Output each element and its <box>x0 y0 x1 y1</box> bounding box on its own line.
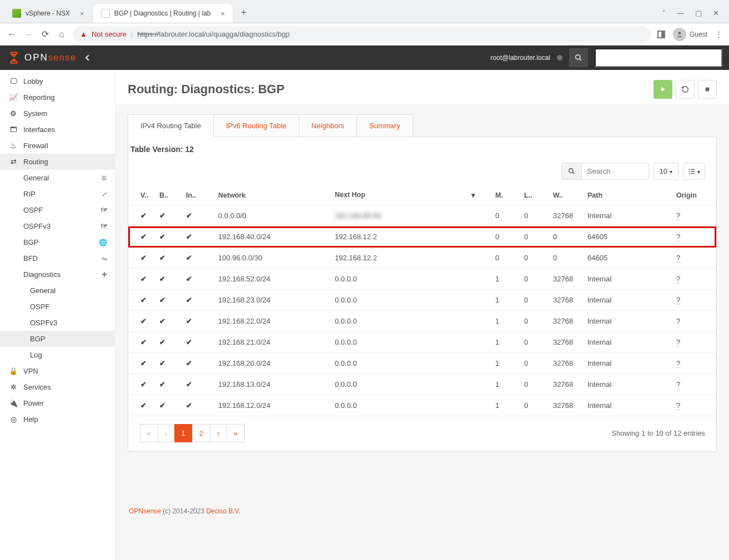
footer-brand-link[interactable]: OPNsense <box>129 507 161 515</box>
header-search-input[interactable] <box>595 48 722 67</box>
cell-network: 192.168.13.0/24 <box>214 374 330 395</box>
check-icon: ✔ <box>159 380 165 389</box>
page-1[interactable]: 1 <box>174 424 193 442</box>
user-label[interactable]: root@labrouter.local <box>490 54 550 62</box>
sidebar-item-power[interactable]: 🔌Power <box>0 395 115 411</box>
main-content: Routing: Diagnostics: BGP IPv4 Routing T… <box>115 70 729 560</box>
col-locpref[interactable]: L.. <box>520 185 549 205</box>
win-maximize-icon[interactable]: ▢ <box>695 9 702 17</box>
tab-summary[interactable]: Summary <box>356 114 413 137</box>
stop-icon <box>705 87 710 92</box>
close-icon[interactable]: × <box>221 9 225 18</box>
check-icon: ✔ <box>186 254 192 262</box>
address-bar[interactable]: ▲ Not secure | https://labrouter.local/u… <box>73 26 651 43</box>
sidebar-sub-ospf[interactable]: OSPF🗺 <box>0 202 115 218</box>
reload-button[interactable]: ⟳ <box>40 29 50 39</box>
sidebar-diag-bgp[interactable]: BGP <box>0 331 115 347</box>
sidebar-item-reporting[interactable]: 📈Reporting <box>0 89 115 105</box>
table-row[interactable]: ✔✔✔192.168.13.0/240.0.0.01032768Internal… <box>128 374 716 395</box>
table-search-input[interactable] <box>582 163 648 179</box>
sidebar-sub-bgp[interactable]: BGP🌐 <box>0 234 115 250</box>
sidebar-item-interfaces[interactable]: 🗔Interfaces <box>0 122 115 138</box>
close-icon[interactable]: × <box>80 9 84 18</box>
col-internal[interactable]: In.. <box>182 185 214 205</box>
new-tab-button[interactable]: ＋ <box>234 2 254 23</box>
table-row[interactable]: ✔✔✔192.168.21.0/240.0.0.01032768Internal… <box>128 332 716 353</box>
table-row[interactable]: ✔✔✔192.168.52.0/240.0.0.01032768Internal… <box>128 269 716 290</box>
collapse-sidebar-button[interactable] <box>84 54 92 62</box>
logo[interactable]: OPNsense <box>7 51 76 65</box>
panel-icon[interactable] <box>657 31 665 38</box>
route-icon: ⇄ <box>8 158 19 166</box>
sidebar-item-help[interactable]: ◎Help <box>0 411 115 427</box>
sidebar-item-routing[interactable]: ⇄Routing <box>0 154 115 170</box>
service-stop-button[interactable] <box>698 80 717 99</box>
col-weight[interactable]: W.. <box>549 185 583 205</box>
back-button[interactable]: ← <box>7 29 17 39</box>
table-row[interactable]: ✔✔✔192.168.40.0/24192.168.12.200064605? <box>128 226 716 248</box>
browser-tab-bgp[interactable]: BGP | Diagnostics | Routing | lab × <box>93 4 233 23</box>
sidebar-item-system[interactable]: ⚙System <box>0 105 115 122</box>
columns-select[interactable] <box>683 163 705 180</box>
sidebar-diag-general[interactable]: General <box>0 282 115 299</box>
col-path[interactable]: Path <box>583 185 672 205</box>
footer-company-link[interactable]: Deciso B.V. <box>206 507 240 515</box>
sidebar: 🖵Lobby 📈Reporting ⚙System 🗔Interfaces ♨F… <box>0 70 115 560</box>
home-button[interactable]: ⌂ <box>57 29 67 39</box>
service-restart-button[interactable] <box>676 80 695 99</box>
page-prev[interactable]: ‹ <box>158 424 174 442</box>
service-start-button[interactable] <box>653 80 672 99</box>
svg-point-1 <box>576 55 580 59</box>
sidebar-item-services[interactable]: ✲Services <box>0 379 115 395</box>
win-dropdown-icon[interactable]: ˅ <box>662 9 666 17</box>
cell-path: Internal <box>583 374 672 395</box>
profile-button[interactable]: Guest <box>673 28 707 41</box>
tab-title: vSphere - NSX <box>26 9 70 17</box>
avatar-icon <box>673 28 686 41</box>
tab-ipv6[interactable]: IPv6 Routing Table <box>213 114 299 137</box>
not-secure-label: Not secure <box>92 30 127 38</box>
sidebar-item-firewall[interactable]: ♨Firewall <box>0 138 115 154</box>
col-metric[interactable]: M. <box>491 185 520 205</box>
sidebar-diag-log[interactable]: Log <box>0 347 115 363</box>
cell-path: Internal <box>583 290 672 311</box>
sidebar-sub-diagnostics[interactable]: Diagnostics✚ <box>0 266 115 282</box>
col-origin[interactable]: Origin <box>672 185 716 205</box>
sidebar-sub-bfd[interactable]: BFD⇋ <box>0 250 115 266</box>
col-network[interactable]: Network <box>214 185 330 205</box>
table-row[interactable]: ✔✔✔192.168.22.0/240.0.0.01032768Internal… <box>128 311 716 332</box>
table-row[interactable]: ✔✔✔192.168.12.0/240.0.0.01032768Internal… <box>128 395 716 416</box>
sidebar-sub-rip[interactable]: RIP⤢ <box>0 186 115 202</box>
check-icon: ✔ <box>140 380 147 389</box>
sidebar-sub-ospfv3[interactable]: OSPFv3🗺 <box>0 218 115 234</box>
sidebar-diag-ospf[interactable]: OSPF <box>0 299 115 315</box>
table-search-button[interactable] <box>562 163 582 179</box>
page-2[interactable]: 2 <box>192 424 210 442</box>
sidebar-sub-general[interactable]: General⚙ <box>0 170 115 186</box>
page-size-select[interactable]: 10 <box>653 163 678 180</box>
browser-tab-vsphere[interactable]: vSphere - NSX × <box>4 4 92 23</box>
page-last[interactable]: » <box>226 424 244 442</box>
sidebar-diag-ospfv3[interactable]: OSPFv3 <box>0 315 115 331</box>
table-row[interactable]: ✔✔✔100.96.0.0/30192.168.12.200064605? <box>128 248 716 269</box>
sitemap-icon: 🗔 <box>8 125 19 134</box>
kebab-menu-icon[interactable]: ⋮ <box>715 30 722 38</box>
cell-metric: 0 <box>491 205 520 226</box>
win-close-icon[interactable]: ✕ <box>713 9 719 17</box>
tab-neighbors[interactable]: Neighbors <box>299 114 357 137</box>
col-valid[interactable]: V.. <box>128 185 155 205</box>
header-search-button[interactable] <box>569 48 588 67</box>
tab-ipv4[interactable]: IPv4 Routing Table <box>128 114 214 137</box>
page-next[interactable]: › <box>210 424 227 442</box>
sidebar-item-lobby[interactable]: 🖵Lobby <box>0 73 115 89</box>
col-best[interactable]: B.. <box>155 185 182 205</box>
table-row[interactable]: ✔✔✔192.168.23.0/240.0.0.01032768Internal… <box>128 290 716 311</box>
table-search <box>561 163 649 180</box>
table-row[interactable]: ✔✔✔0.0.0.0/0192.168.99.990032768Internal… <box>128 205 716 226</box>
cell-nexthop: 0.0.0.0 <box>330 395 491 416</box>
col-nexthop[interactable]: Next Hop▾ <box>330 185 491 205</box>
page-first[interactable]: « <box>140 424 158 442</box>
table-row[interactable]: ✔✔✔192.168.20.0/240.0.0.01032768Internal… <box>128 353 716 374</box>
sidebar-item-vpn[interactable]: 🔒VPN <box>0 363 115 379</box>
win-minimize-icon[interactable]: — <box>677 9 684 17</box>
